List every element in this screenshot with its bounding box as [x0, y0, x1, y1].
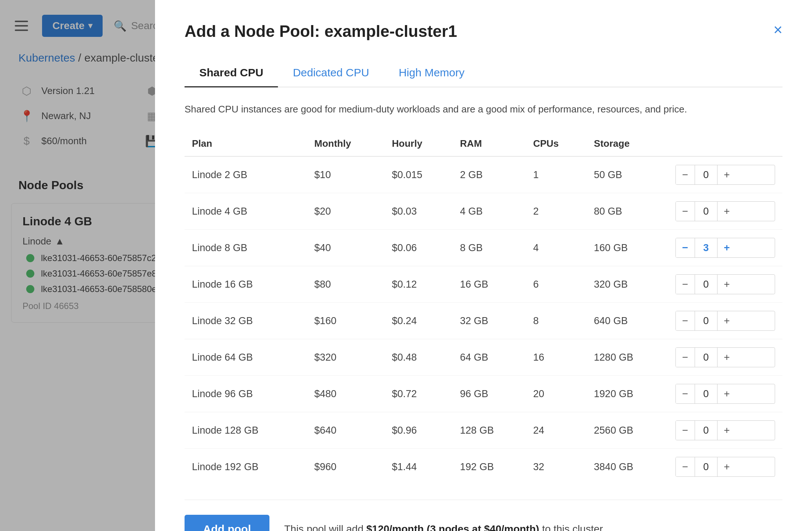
cell-cpus: 2 [526, 193, 586, 230]
cell-hourly: $0.96 [385, 412, 453, 449]
cell-hourly: $0.24 [385, 303, 453, 339]
cell-hourly: $0.015 [385, 156, 453, 193]
increment-button[interactable]: + [717, 202, 736, 221]
col-stepper [668, 131, 782, 156]
increment-button[interactable]: + [717, 348, 736, 367]
cell-hourly: $0.03 [385, 193, 453, 230]
decrement-button[interactable]: − [676, 275, 695, 294]
cell-monthly: $10 [307, 156, 384, 193]
col-plan: Plan [185, 131, 307, 156]
cell-plan: Linode 32 GB [185, 303, 307, 339]
summary-suffix: to this cluster. [539, 523, 605, 531]
increment-button[interactable]: + [717, 238, 736, 257]
cell-stepper: − 0 + [668, 303, 782, 339]
decrement-button[interactable]: − [676, 457, 695, 476]
quantity-stepper[interactable]: − 3 + [675, 238, 775, 258]
cell-storage: 1920 GB [586, 376, 668, 412]
cell-plan: Linode 96 GB [185, 376, 307, 412]
cell-stepper: − 0 + [668, 266, 782, 303]
stepper-value: 3 [695, 242, 717, 254]
cell-monthly: $640 [307, 412, 384, 449]
cell-monthly: $80 [307, 266, 384, 303]
quantity-stepper[interactable]: − 0 + [675, 347, 775, 367]
modal-overlay[interactable]: Add a Node Pool: example-cluster1 × Shar… [0, 0, 812, 531]
cell-monthly: $160 [307, 303, 384, 339]
quantity-stepper[interactable]: − 0 + [675, 165, 775, 185]
col-ram: RAM [453, 131, 526, 156]
modal-title: Add a Node Pool: example-cluster1 [185, 22, 457, 41]
tab-shared-cpu[interactable]: Shared CPU [185, 59, 278, 87]
quantity-stepper[interactable]: − 0 + [675, 201, 775, 221]
cell-stepper: − 0 + [668, 376, 782, 412]
cell-stepper: − 0 + [668, 412, 782, 449]
decrement-button[interactable]: − [676, 384, 695, 403]
decrement-button[interactable]: − [676, 421, 695, 440]
cell-ram: 128 GB [453, 412, 526, 449]
add-node-pool-modal: Add a Node Pool: example-cluster1 × Shar… [155, 0, 812, 531]
stepper-value: 0 [695, 279, 717, 290]
cell-plan: Linode 64 GB [185, 339, 307, 376]
cell-cpus: 32 [526, 449, 586, 485]
cell-plan: Linode 192 GB [185, 449, 307, 485]
table-row: Linode 96 GB $480 $0.72 96 GB 20 1920 GB… [185, 376, 782, 412]
tab-bar: Shared CPU Dedicated CPU High Memory [185, 59, 782, 87]
close-button[interactable]: × [773, 22, 782, 38]
stepper-value: 0 [695, 388, 717, 400]
decrement-button[interactable]: − [676, 165, 695, 184]
cell-stepper: − 0 + [668, 156, 782, 193]
cell-hourly: $1.44 [385, 449, 453, 485]
summary-prefix: This pool will add [284, 523, 367, 531]
cell-cpus: 20 [526, 376, 586, 412]
tab-dedicated-cpu[interactable]: Dedicated CPU [278, 59, 384, 87]
quantity-stepper[interactable]: − 0 + [675, 420, 775, 440]
cell-stepper: − 0 + [668, 339, 782, 376]
table-row: Linode 64 GB $320 $0.48 64 GB 16 1280 GB… [185, 339, 782, 376]
tab-high-memory[interactable]: High Memory [384, 59, 479, 87]
cell-storage: 1280 GB [586, 339, 668, 376]
cell-plan: Linode 8 GB [185, 230, 307, 266]
table-row: Linode 4 GB $20 $0.03 4 GB 2 80 GB − 0 + [185, 193, 782, 230]
increment-button[interactable]: + [717, 311, 736, 330]
pool-summary: This pool will add $120/month (3 nodes a… [284, 523, 605, 531]
increment-button[interactable]: + [717, 421, 736, 440]
cell-ram: 32 GB [453, 303, 526, 339]
decrement-button[interactable]: − [676, 202, 695, 221]
increment-button[interactable]: + [717, 384, 736, 403]
cell-hourly: $0.12 [385, 266, 453, 303]
cell-cpus: 16 [526, 339, 586, 376]
table-row: Linode 16 GB $80 $0.12 16 GB 6 320 GB − … [185, 266, 782, 303]
cell-cpus: 8 [526, 303, 586, 339]
cell-plan: Linode 16 GB [185, 266, 307, 303]
cell-ram: 64 GB [453, 339, 526, 376]
table-row: Linode 128 GB $640 $0.96 128 GB 24 2560 … [185, 412, 782, 449]
increment-button[interactable]: + [717, 275, 736, 294]
decrement-button[interactable]: − [676, 348, 695, 367]
summary-bold: $120/month (3 nodes at $40/month) [367, 523, 539, 531]
cell-cpus: 1 [526, 156, 586, 193]
quantity-stepper[interactable]: − 0 + [675, 384, 775, 404]
cell-storage: 80 GB [586, 193, 668, 230]
quantity-stepper[interactable]: − 0 + [675, 311, 775, 331]
stepper-value: 0 [695, 169, 717, 181]
table-row: Linode 32 GB $160 $0.24 32 GB 8 640 GB −… [185, 303, 782, 339]
stepper-value: 0 [695, 206, 717, 217]
increment-button[interactable]: + [717, 457, 736, 476]
cell-ram: 96 GB [453, 376, 526, 412]
col-storage: Storage [586, 131, 668, 156]
cell-stepper: − 0 + [668, 193, 782, 230]
cell-monthly: $320 [307, 339, 384, 376]
quantity-stepper[interactable]: − 0 + [675, 457, 775, 477]
add-pool-button[interactable]: Add pool [185, 515, 269, 531]
cell-hourly: $0.06 [385, 230, 453, 266]
cell-monthly: $960 [307, 449, 384, 485]
increment-button[interactable]: + [717, 165, 736, 184]
stepper-value: 0 [695, 352, 717, 363]
quantity-stepper[interactable]: − 0 + [675, 274, 775, 294]
decrement-button[interactable]: − [676, 238, 695, 257]
cell-hourly: $0.72 [385, 376, 453, 412]
cell-storage: 640 GB [586, 303, 668, 339]
modal-footer: Add pool This pool will add $120/month (… [185, 500, 782, 531]
decrement-button[interactable]: − [676, 311, 695, 330]
col-hourly: Hourly [385, 131, 453, 156]
cell-monthly: $40 [307, 230, 384, 266]
